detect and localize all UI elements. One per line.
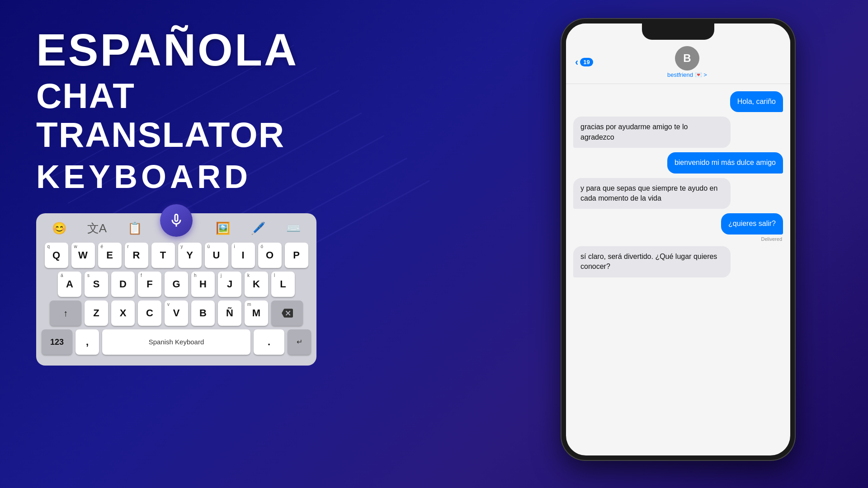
- chat-messages: Hola, cariño gracias por ayudarme amigo …: [566, 84, 790, 285]
- phone-frame: ‹ 19 B bestfriend 💌 > Hola, cariño graci…: [561, 18, 796, 461]
- key-L[interactable]: lL: [271, 272, 295, 297]
- key-O[interactable]: óO: [258, 243, 282, 268]
- key-E[interactable]: éE: [98, 243, 122, 268]
- message-6: sí claro, será divertido. ¿Qué lugar qui…: [573, 246, 731, 277]
- translate-icon[interactable]: 文A: [87, 221, 107, 236]
- phone-notch: [642, 23, 714, 40]
- key-U[interactable]: úU: [205, 243, 228, 268]
- message-4: y para que sepas que siempre te ayudo en…: [573, 178, 731, 209]
- key-G[interactable]: G: [165, 272, 188, 297]
- draw-icon[interactable]: 🖊️: [251, 221, 265, 235]
- keyboard-bottom-row: 123 , Spanish Keyboard . ↵: [42, 329, 311, 355]
- notification-badge: 19: [580, 58, 593, 66]
- message-3: bienvenido mi más dulce amigo: [667, 152, 783, 173]
- key-F[interactable]: fF: [138, 272, 161, 297]
- keyboard-toolbar: 😊 文A 📋 🖼️ 🖊️ ⌨️: [42, 221, 311, 236]
- key-D[interactable]: D: [111, 272, 135, 297]
- left-panel: ESPAÑOLA CHAT TRANSLATOR KEYBOARD 😊 文A 📋…: [36, 27, 362, 366]
- message-2: gracias por ayudarme amigo te lo agradez…: [573, 117, 731, 148]
- key-Y[interactable]: yY: [178, 243, 202, 268]
- emoji-icon[interactable]: 😊: [52, 221, 66, 235]
- key-K[interactable]: kK: [245, 272, 268, 297]
- key-Z[interactable]: Z: [85, 300, 108, 326]
- key-B[interactable]: B: [191, 300, 215, 326]
- clipboard-icon[interactable]: 📋: [127, 221, 142, 235]
- message-5: ¿quieres salir?: [721, 213, 783, 234]
- key-shift[interactable]: ↑: [50, 300, 81, 326]
- key-T[interactable]: T: [151, 243, 175, 268]
- key-J[interactable]: jJ: [218, 272, 241, 297]
- message-1: Hola, cariño: [730, 91, 783, 112]
- key-N-tilde[interactable]: Ñ: [218, 300, 241, 326]
- key-V[interactable]: vV: [165, 300, 188, 326]
- contact-name[interactable]: bestfriend 💌 >: [667, 71, 707, 78]
- key-space[interactable]: Spanish Keyboard: [102, 329, 250, 355]
- keyboard-row-3: ↑ Z X C vV B Ñ mM: [42, 300, 311, 326]
- key-X[interactable]: X: [111, 300, 135, 326]
- back-button[interactable]: ‹ 19: [575, 56, 593, 68]
- key-comma[interactable]: ,: [75, 329, 99, 355]
- keyboard-row-1: qQ wW éE rR T yY úU iI óO P: [42, 243, 311, 268]
- key-I[interactable]: iI: [231, 243, 255, 268]
- key-return[interactable]: ↵: [288, 329, 311, 355]
- phone-mockup: ‹ 19 B bestfriend 💌 > Hola, cariño graci…: [561, 18, 814, 470]
- delivered-status: Delivered: [761, 236, 782, 242]
- key-period[interactable]: .: [254, 329, 284, 355]
- mic-button[interactable]: [160, 204, 193, 237]
- keyboard-row-2: áA sS D fF G hH jJ kK lL: [42, 272, 311, 297]
- key-W[interactable]: wW: [71, 243, 95, 268]
- key-M[interactable]: mM: [245, 300, 268, 326]
- contact-avatar: B: [675, 46, 699, 70]
- keyboard-switch-icon[interactable]: ⌨️: [286, 221, 301, 235]
- keyboard: 😊 文A 📋 🖼️ 🖊️ ⌨️ qQ wW éE rR T yY úU iI ó…: [36, 213, 316, 366]
- key-P[interactable]: P: [285, 243, 308, 268]
- key-C[interactable]: C: [138, 300, 161, 326]
- phone-screen: ‹ 19 B bestfriend 💌 > Hola, cariño graci…: [566, 23, 790, 455]
- title-line2: CHAT TRANSLATOR: [36, 77, 362, 155]
- contact-info: B bestfriend 💌 >: [593, 46, 781, 78]
- key-S[interactable]: sS: [85, 272, 108, 297]
- key-Q[interactable]: qQ: [45, 243, 68, 268]
- key-A[interactable]: áA: [58, 272, 81, 297]
- title-line3: KEYBOARD: [36, 158, 362, 195]
- key-123[interactable]: 123: [42, 329, 72, 355]
- image-icon[interactable]: 🖼️: [216, 221, 230, 235]
- key-H[interactable]: hH: [191, 272, 215, 297]
- key-R[interactable]: rR: [125, 243, 148, 268]
- title-line1: ESPAÑOLA: [36, 27, 362, 72]
- key-backspace[interactable]: [271, 300, 303, 326]
